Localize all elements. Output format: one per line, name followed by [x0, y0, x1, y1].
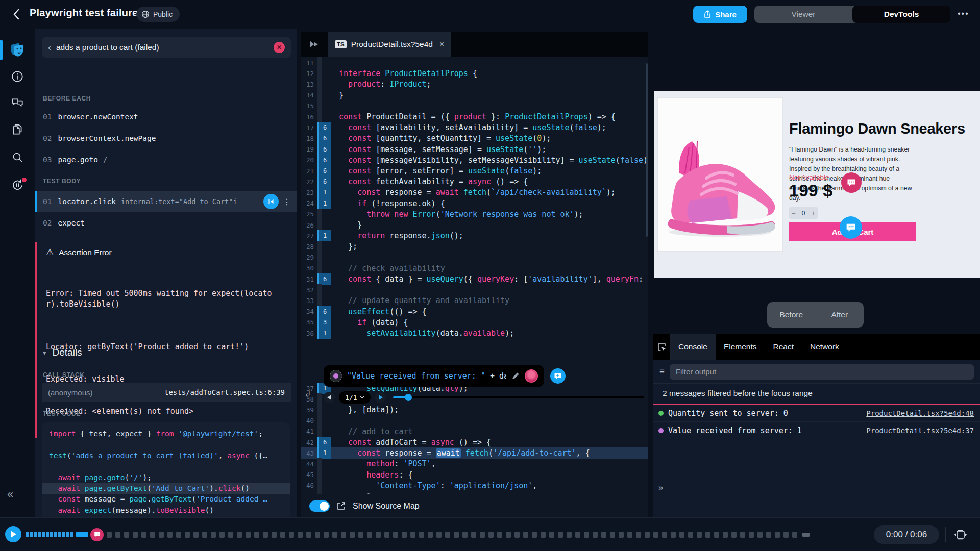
frame-tick[interactable]: [558, 532, 563, 538]
code-line-15[interactable]: 15: [301, 101, 648, 112]
source-location-link[interactable]: ProductDetail.tsx?5e4d:37: [866, 427, 974, 435]
timeline-strip[interactable]: [26, 531, 810, 538]
source-map-toggle[interactable]: [309, 500, 330, 512]
frame-tick[interactable]: [792, 532, 797, 538]
hit-count-badge[interactable]: 6: [317, 437, 331, 448]
quantity-plus-button[interactable]: +: [809, 209, 818, 217]
tab-viewer[interactable]: Viewer: [754, 6, 852, 23]
frame-tick[interactable]: [619, 532, 624, 538]
code-area[interactable]: 1112interface ProductDetailProps {13 pro…: [301, 57, 648, 494]
add-comment-button[interactable]: [550, 368, 566, 384]
code-line-46[interactable]: 46 'Content-Type': 'application/json',: [301, 480, 648, 491]
code-line-18[interactable]: 186 const [quantity, setQuantity] = useS…: [301, 133, 648, 144]
frame-tick[interactable]: [280, 532, 285, 538]
back-button[interactable]: [8, 7, 23, 22]
hit-count-badge[interactable]: 6: [317, 273, 331, 285]
hit-count-badge[interactable]: 1: [317, 447, 331, 459]
frame-tick[interactable]: [636, 532, 641, 538]
logpoint-dot-icon[interactable]: [330, 370, 342, 382]
frame-tick[interactable]: [306, 532, 311, 538]
frame-tick[interactable]: [697, 532, 702, 538]
edit-pencil-icon[interactable]: [511, 372, 520, 380]
code-line-24[interactable]: 241 if (!response.ok) {: [301, 198, 648, 209]
frame-tick[interactable]: [671, 532, 676, 538]
revert-to-step-button[interactable]: [263, 194, 279, 209]
frame-tick[interactable]: [298, 532, 303, 538]
code-line-17[interactable]: 176 const [availability, setAvailability…: [301, 122, 648, 133]
frame-tick[interactable]: [350, 532, 355, 538]
collapse-sidebar-button[interactable]: «: [7, 488, 13, 501]
frame-tick[interactable]: [289, 532, 294, 538]
hit-count-badge[interactable]: 1: [317, 230, 331, 241]
filter-output-input[interactable]: [670, 364, 974, 380]
frame-tick[interactable]: [454, 532, 459, 538]
code-line-39[interactable]: 39 }, [data]);: [301, 404, 648, 415]
code-line-36[interactable]: 361 setAvailability(data.available);: [301, 328, 648, 339]
frame-tick[interactable]: [679, 532, 684, 538]
frame-tick[interactable]: [315, 532, 320, 538]
stack-frame-row[interactable]: (anonymous) tests/addToCart.spec.ts:6:39: [42, 383, 291, 402]
logpoint-expression[interactable]: "Value received from server: " + data.qt…: [347, 371, 506, 381]
code-line-35[interactable]: 353 if (data) {: [301, 317, 648, 328]
step-page.goto[interactable]: 03page.goto/: [35, 149, 297, 170]
action-tick[interactable]: [54, 532, 57, 537]
code-line-30[interactable]: 30 // check availability: [301, 263, 648, 274]
sidebar-item-search[interactable]: [0, 146, 35, 168]
code-line-32[interactable]: 32: [301, 284, 648, 295]
frame-tick[interactable]: [584, 532, 589, 538]
frame-tick[interactable]: [567, 532, 572, 538]
action-tick[interactable]: [26, 532, 29, 537]
frame-tick[interactable]: [341, 532, 346, 538]
frame-tick[interactable]: [428, 532, 433, 538]
code-line-12[interactable]: 12interface ProductDetailProps {: [301, 68, 648, 79]
visibility-badge[interactable]: Public: [136, 7, 180, 22]
code-line-23[interactable]: 231 const response = await fetch(`/api/c…: [301, 187, 648, 198]
frame-tick[interactable]: [324, 532, 329, 538]
share-button[interactable]: Share: [693, 6, 747, 23]
step-menu-icon[interactable]: ⋮: [283, 197, 291, 207]
frame-tick[interactable]: [410, 532, 415, 538]
frame-tick[interactable]: [488, 532, 494, 538]
action-tick[interactable]: [42, 532, 45, 537]
code-line-19[interactable]: 196 const [message, setMessage] = useSta…: [301, 144, 648, 155]
hit-count-badge[interactable]: 6: [317, 133, 331, 144]
prev-hit-button[interactable]: [324, 392, 335, 403]
frame-tick[interactable]: [601, 532, 606, 538]
frame-tick[interactable]: [783, 532, 789, 538]
before-button[interactable]: Before: [767, 302, 816, 328]
frame-tick[interactable]: [645, 532, 650, 538]
frame-tick[interactable]: [627, 532, 632, 538]
overflow-menu-icon[interactable]: •••: [958, 9, 969, 18]
frame-tick[interactable]: [731, 532, 737, 538]
frame-tick[interactable]: [575, 532, 580, 538]
sidebar-item-trace[interactable]: [0, 39, 35, 61]
editor-tab[interactable]: TS ProductDetail.tsx?5e4d ×: [328, 32, 451, 57]
frame-tick[interactable]: [202, 532, 207, 538]
after-button[interactable]: After: [816, 302, 864, 328]
code-line-43[interactable]: 431 const response = await fetch('/api/a…: [301, 447, 648, 459]
frame-tick[interactable]: [219, 532, 225, 538]
devtools-tab-console[interactable]: Console: [670, 334, 716, 360]
frame-tick[interactable]: [723, 532, 728, 538]
comment-marker-button[interactable]: [840, 216, 862, 239]
comment-marker-timeline[interactable]: [90, 528, 104, 541]
comment-marker-price[interactable]: [841, 172, 862, 193]
play-hits-button[interactable]: [375, 392, 386, 403]
frame-tick[interactable]: [107, 532, 112, 538]
frame-tick[interactable]: [133, 532, 138, 538]
frame-tick[interactable]: [653, 532, 658, 538]
hit-count-badge[interactable]: 3: [317, 317, 331, 328]
action-tick[interactable]: [46, 532, 49, 537]
hit-timeline-slider[interactable]: [393, 396, 644, 398]
step-locator.click[interactable]: 01locator.clickinternal:text="Add to Car…: [35, 191, 297, 212]
frame-tick[interactable]: [757, 532, 763, 538]
frame-tick[interactable]: [246, 532, 251, 538]
tab-devtools[interactable]: DevTools: [852, 6, 950, 23]
hit-count-badge[interactable]: 1: [317, 328, 331, 339]
code-line-28[interactable]: 28 };: [301, 241, 648, 252]
frame-tick[interactable]: [272, 532, 277, 538]
frame-tick[interactable]: [263, 532, 268, 538]
close-tab-icon[interactable]: ×: [439, 40, 444, 49]
devtools-tab-react[interactable]: React: [765, 334, 802, 360]
frame-tick[interactable]: [358, 532, 363, 538]
